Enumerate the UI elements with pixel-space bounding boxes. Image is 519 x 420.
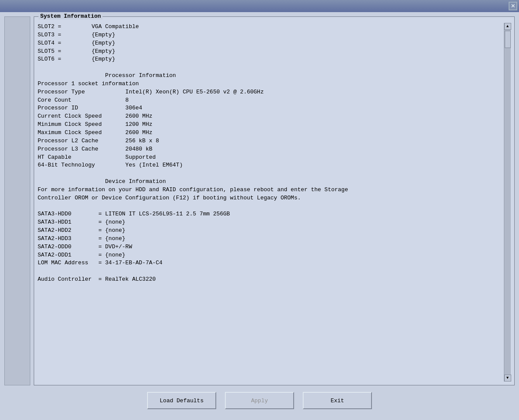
left-panel — [4, 16, 30, 385]
window-frame: ✕ System Information SLOT2 = VGA Compati… — [0, 0, 519, 420]
exit-button[interactable]: Exit — [303, 392, 372, 409]
info-pre: SLOT2 = VGA Compatible SLOT3 = {Empty} S… — [38, 23, 504, 284]
scrollbar-thumb[interactable] — [505, 31, 511, 48]
bottom-bar: Load Defaults Apply Exit — [4, 385, 515, 416]
main-content: System Information SLOT2 = VGA Compatibl… — [0, 12, 519, 420]
info-content: SLOT2 = VGA Compatible SLOT3 = {Empty} S… — [34, 17, 514, 385]
load-defaults-button[interactable]: Load Defaults — [147, 392, 216, 409]
system-info-box: System Information SLOT2 = VGA Compatibl… — [34, 16, 515, 385]
close-button[interactable]: ✕ — [509, 2, 517, 10]
content-area: System Information SLOT2 = VGA Compatibl… — [4, 16, 515, 385]
scrollbar-track: ▲ ▼ — [504, 23, 511, 382]
scrollbar-up-button[interactable]: ▲ — [504, 23, 511, 30]
apply-button[interactable]: Apply — [225, 392, 294, 409]
right-panel: System Information SLOT2 = VGA Compatibl… — [34, 16, 515, 385]
scrollbar-down-button[interactable]: ▼ — [504, 375, 511, 382]
title-bar: ✕ — [0, 0, 519, 12]
system-info-title: System Information — [38, 13, 103, 19]
info-text[interactable]: SLOT2 = VGA Compatible SLOT3 = {Empty} S… — [38, 23, 504, 382]
